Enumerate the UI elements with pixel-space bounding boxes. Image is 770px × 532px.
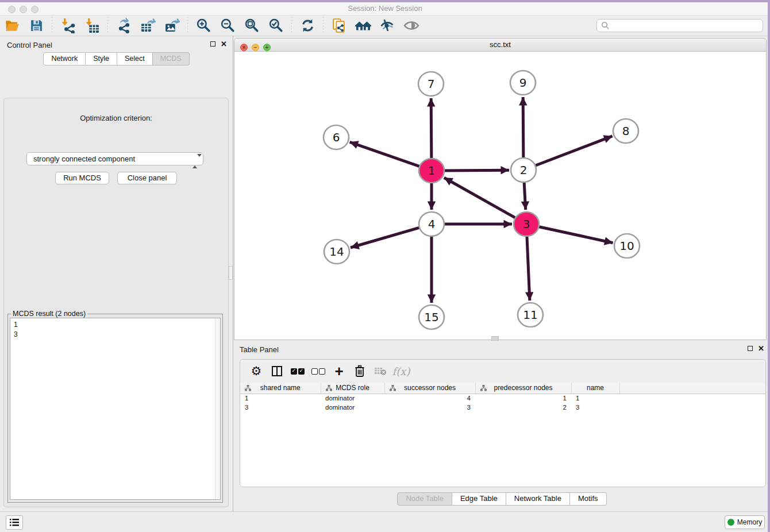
control-panel-tabs: Network Style Select MCDS bbox=[0, 52, 233, 65]
optimization-criterion-dropdown[interactable]: strongly connected component bbox=[26, 152, 203, 165]
toolbar-separator bbox=[52, 17, 52, 34]
run-mcds-button[interactable]: Run MCDS bbox=[55, 172, 109, 184]
vertical-splitter-handle[interactable] bbox=[229, 266, 233, 280]
home-icon[interactable] bbox=[353, 17, 373, 34]
export-image-icon[interactable] bbox=[162, 17, 182, 34]
close-panel-icon[interactable]: ✕ bbox=[221, 41, 227, 47]
graph-edge-3-11[interactable] bbox=[527, 235, 530, 300]
graph-node-label-8: 8 bbox=[622, 124, 630, 138]
table-settings-gear-icon[interactable]: ⚙ bbox=[246, 363, 267, 380]
create-column-icon[interactable]: + bbox=[329, 363, 349, 380]
delete-column-icon[interactable] bbox=[349, 363, 370, 380]
open-session-icon[interactable] bbox=[2, 17, 22, 34]
import-table-icon[interactable] bbox=[82, 17, 102, 34]
panel-divider bbox=[233, 36, 233, 511]
graph-node-label-2: 2 bbox=[520, 163, 528, 177]
minimize-window-button[interactable] bbox=[20, 6, 27, 13]
control-panel: Control Panel ✕ Network Style Select MCD… bbox=[0, 36, 233, 511]
duplicate-network-icon[interactable] bbox=[329, 17, 349, 34]
show-task-history-button[interactable] bbox=[6, 515, 23, 530]
delete-table-icon bbox=[370, 363, 391, 380]
network-canvas[interactable]: 7968124314101511 bbox=[234, 52, 766, 340]
graph-node-label-14: 14 bbox=[329, 245, 344, 259]
zoom-out-icon[interactable] bbox=[218, 17, 237, 34]
memory-status-icon bbox=[727, 519, 734, 526]
tab-select[interactable]: Select bbox=[117, 52, 153, 65]
table-row[interactable]: 1 dominator 4 1 1 bbox=[240, 394, 765, 403]
graph-edge-4-14[interactable] bbox=[351, 227, 421, 248]
graph-node-label-1: 1 bbox=[428, 164, 436, 178]
graph-edge-1-2[interactable] bbox=[442, 170, 509, 171]
refresh-icon[interactable] bbox=[298, 17, 317, 34]
network-close-button[interactable]: × bbox=[240, 44, 248, 51]
graph-edge-2-9[interactable] bbox=[523, 97, 523, 159]
column-header-predecessor-nodes[interactable]: predecessor nodes bbox=[475, 383, 571, 394]
result-scrollbar[interactable] bbox=[215, 318, 220, 499]
tab-network[interactable]: Network bbox=[43, 52, 86, 65]
tab-node-table[interactable]: Node Table bbox=[397, 492, 452, 506]
column-header-successor-nodes[interactable]: successor nodes bbox=[384, 383, 475, 394]
network-view-window: ×−+ scc.txt 7968124314101511 bbox=[234, 38, 767, 340]
horizontal-splitter-handle[interactable] bbox=[491, 336, 499, 341]
float-panel-icon[interactable] bbox=[210, 41, 215, 47]
graph-edge-1-7[interactable] bbox=[431, 98, 432, 160]
network-window-titlebar[interactable]: ×−+ scc.txt bbox=[234, 38, 766, 52]
table-browser: ⚙ + f(x) shared name MCDS role successor… bbox=[240, 359, 766, 487]
node-table: shared name MCDS role successor nodes pr… bbox=[240, 383, 765, 412]
unselect-all-columns-icon[interactable] bbox=[308, 363, 329, 380]
graph-node-label-4: 4 bbox=[428, 217, 436, 231]
mcds-result-group: MCDS result (2 nodes) 1 3 bbox=[7, 310, 223, 503]
network-window-title: scc.txt bbox=[234, 38, 766, 51]
toolbar-separator bbox=[107, 17, 108, 34]
table-panel-title: Table Panel bbox=[234, 341, 770, 354]
window-frame-right bbox=[768, 0, 770, 532]
tab-edge-table[interactable]: Edge Table bbox=[452, 492, 506, 506]
memory-label: Memory bbox=[737, 518, 762, 526]
select-all-columns-icon[interactable] bbox=[287, 363, 308, 380]
graph-node-label-9: 9 bbox=[519, 76, 527, 90]
window-title: Session: New Session bbox=[0, 2, 770, 15]
search-icon bbox=[601, 21, 610, 30]
zoom-fit-icon[interactable] bbox=[242, 17, 261, 34]
window-frame-top bbox=[0, 0, 770, 2]
column-header-name[interactable]: name bbox=[571, 383, 619, 394]
float-table-panel-icon[interactable] bbox=[748, 346, 753, 351]
graph-node-label-6: 6 bbox=[333, 130, 340, 144]
column-header-mcds-role[interactable]: MCDS role bbox=[321, 383, 384, 394]
dropdown-spinner-icon bbox=[192, 155, 199, 163]
export-table-icon[interactable] bbox=[138, 17, 157, 34]
show-columns-icon[interactable] bbox=[267, 363, 287, 380]
close-window-button[interactable] bbox=[8, 6, 16, 13]
graph-edge-3-1[interactable] bbox=[444, 178, 517, 218]
dropdown-value: strongly connected component bbox=[33, 155, 135, 163]
column-header-shared-name[interactable]: shared name bbox=[240, 383, 321, 394]
graph-edge-3-10[interactable] bbox=[537, 226, 613, 243]
graph-edge-2-8[interactable] bbox=[534, 136, 613, 166]
network-zoom-button[interactable]: + bbox=[263, 44, 271, 51]
birdseye-view-icon[interactable] bbox=[402, 17, 421, 34]
zoom-window-button[interactable] bbox=[31, 6, 38, 13]
mcds-result-area[interactable]: 1 3 bbox=[10, 318, 221, 500]
export-network-icon[interactable] bbox=[114, 17, 133, 34]
network-minimize-button[interactable]: − bbox=[252, 44, 259, 51]
graph-edge-2-3[interactable] bbox=[524, 181, 526, 210]
zoom-in-icon[interactable] bbox=[194, 17, 213, 34]
tab-style[interactable]: Style bbox=[86, 52, 117, 65]
close-panel-button[interactable]: Close panel bbox=[117, 172, 177, 184]
search-input[interactable] bbox=[596, 19, 763, 32]
tab-mcds[interactable]: MCDS bbox=[153, 52, 190, 65]
close-table-panel-icon[interactable]: ✕ bbox=[758, 346, 764, 351]
tab-network-table[interactable]: Network Table bbox=[506, 492, 570, 506]
hide-graphics-details-icon[interactable] bbox=[378, 17, 397, 34]
import-network-icon[interactable] bbox=[58, 17, 78, 34]
save-session-icon[interactable] bbox=[26, 17, 46, 34]
table-toolbar: ⚙ + f(x) bbox=[240, 360, 765, 383]
table-row[interactable]: 3 dominator 3 2 3 bbox=[240, 403, 765, 412]
toolbar-separator bbox=[187, 17, 188, 34]
zoom-selected-icon[interactable] bbox=[266, 17, 286, 34]
memory-button[interactable]: Memory bbox=[725, 515, 765, 529]
graph-node-label-15: 15 bbox=[424, 310, 438, 324]
graph-edge-1-6[interactable] bbox=[350, 142, 421, 167]
table-panel: Table Panel ✕ ⚙ + f(x) bbox=[234, 341, 770, 511]
tab-motifs[interactable]: Motifs bbox=[570, 492, 607, 506]
